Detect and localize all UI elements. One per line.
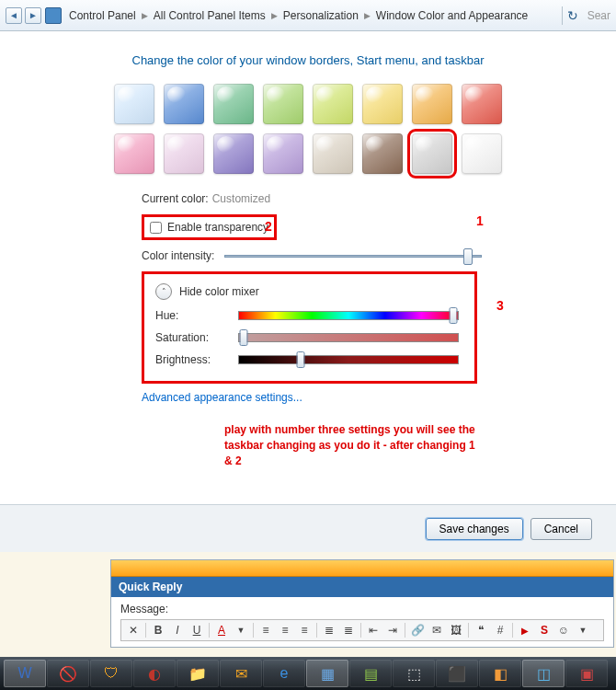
font-color-dropdown-icon[interactable]: ▼	[233, 622, 249, 638]
taskbar-app-icon[interactable]: ▣	[565, 660, 608, 687]
align-right-icon[interactable]: ≡	[296, 622, 313, 638]
chevron-right-icon: ▶	[269, 11, 279, 20]
editor-toolbar: ✕ B I U A ▼ ≡ ≡ ≡ ≣ ≣ ⇤ ⇥ 🔗 ✉	[120, 619, 604, 641]
taskbar-mail-icon[interactable]: ✉	[220, 660, 262, 687]
smiley-icon[interactable]: ☺	[555, 622, 572, 638]
transparency-label: Enable transparency	[167, 221, 268, 234]
taskbar-app-icon[interactable]: ⬚	[393, 660, 435, 687]
taskbar-ie-icon[interactable]: e	[263, 660, 305, 687]
taskbar-app-icon[interactable]: ◫	[522, 660, 565, 687]
taskbar-app-icon[interactable]: ▤	[349, 660, 392, 687]
current-color-row: Current color: Customized	[142, 192, 579, 205]
color-swatch[interactable]	[263, 84, 303, 124]
hide-mixer-label: Hide color mixer	[179, 285, 259, 298]
color-intensity-label: Color intensity:	[142, 249, 224, 262]
forum-tab[interactable]	[111, 560, 613, 577]
strikethrough-icon[interactable]: S	[536, 622, 553, 638]
slider-thumb[interactable]	[296, 351, 304, 368]
chevron-right-icon: ▶	[362, 11, 372, 20]
collapse-mixer-button[interactable]: ˄	[155, 283, 172, 300]
cancel-button[interactable]: Cancel	[530, 518, 592, 540]
quote-icon[interactable]: ❝	[473, 622, 489, 638]
save-changes-button[interactable]: Save changes	[426, 518, 523, 540]
remove-format-icon[interactable]: ✕	[125, 622, 142, 638]
font-color-icon[interactable]: A	[213, 622, 230, 638]
current-color-label: Current color:	[142, 192, 209, 205]
color-swatch[interactable]	[213, 84, 254, 124]
background-window: Quick Reply Message: ✕ B I U A ▼ ≡ ≡ ≡ ≣…	[0, 552, 616, 657]
transparency-input[interactable]	[150, 222, 162, 234]
color-swatch[interactable]	[412, 84, 452, 124]
slider-thumb[interactable]	[239, 329, 247, 346]
nav-buttons: ◄ ►	[6, 7, 41, 24]
forward-button[interactable]: ►	[25, 7, 41, 24]
underline-icon[interactable]: U	[188, 622, 205, 638]
slider-thumb[interactable]	[450, 307, 458, 324]
breadcrumb-item[interactable]: Window Color and Appearance	[372, 7, 531, 24]
breadcrumb-item[interactable]: Personalization	[279, 7, 362, 24]
page-title: Change the color of your window borders,…	[37, 53, 579, 67]
current-color-value: Customized	[212, 192, 270, 205]
taskbar-app-icon[interactable]: ◧	[479, 660, 521, 687]
back-button[interactable]: ◄	[6, 7, 22, 24]
breadcrumb-item[interactable]: Control Panel	[65, 7, 140, 24]
brightness-label: Brightness:	[155, 353, 238, 366]
color-intensity-slider[interactable]	[224, 255, 482, 258]
italic-icon[interactable]: I	[169, 622, 186, 638]
color-swatch[interactable]	[462, 84, 502, 124]
hash-icon[interactable]: #	[492, 622, 508, 638]
color-swatch[interactable]	[114, 84, 154, 124]
color-swatch[interactable]	[313, 133, 353, 174]
unlink-icon[interactable]: ✉	[428, 622, 445, 638]
color-swatch[interactable]	[164, 84, 204, 124]
slider-thumb[interactable]	[463, 248, 473, 265]
color-swatch[interactable]	[213, 133, 254, 174]
outdent-icon[interactable]: ⇤	[365, 622, 382, 638]
unordered-list-icon[interactable]: ≣	[340, 622, 357, 638]
image-icon[interactable]: 🖼	[448, 622, 464, 638]
taskbar-explorer-icon[interactable]: 📁	[177, 660, 219, 687]
color-swatch[interactable]	[263, 133, 303, 174]
button-bar: Save changes Cancel	[0, 504, 616, 552]
color-swatch[interactable]	[462, 133, 502, 174]
annotation-2: 2	[265, 219, 272, 234]
hue-slider[interactable]	[238, 311, 459, 320]
annotation-1: 1	[476, 213, 484, 228]
quick-reply-header: Quick Reply	[111, 577, 613, 597]
search-input[interactable]: Sear	[584, 9, 610, 22]
location-icon	[45, 7, 62, 24]
taskbar-word-icon[interactable]: W	[4, 660, 46, 687]
color-swatch[interactable]	[114, 133, 154, 174]
smiley-dropdown-icon[interactable]: ▼	[575, 622, 591, 638]
color-swatch[interactable]	[362, 133, 403, 174]
color-swatches	[37, 84, 579, 174]
color-swatch[interactable]	[412, 133, 452, 174]
advanced-appearance-link[interactable]: Advanced appearance settings...	[142, 391, 302, 404]
taskbar-app-icon[interactable]: ⬛	[436, 660, 478, 687]
align-left-icon[interactable]: ≡	[257, 622, 274, 638]
refresh-icon[interactable]: ↻	[562, 6, 580, 25]
forum-panel: Quick Reply Message: ✕ B I U A ▼ ≡ ≡ ≡ ≣…	[110, 559, 614, 648]
align-center-icon[interactable]: ≡	[277, 622, 293, 638]
taskbar-app-icon[interactable]: ▦	[306, 660, 348, 687]
color-swatch[interactable]	[313, 84, 353, 124]
link-icon[interactable]: 🔗	[409, 622, 426, 638]
address-bar: ◄ ► Control Panel ▶ All Control Panel It…	[0, 0, 616, 31]
taskbar: W 🚫 🛡 ◐ 📁 ✉ e ▦ ▤ ⬚ ⬛ ◧ ◫ ▣	[0, 657, 616, 690]
color-swatch[interactable]	[362, 84, 403, 124]
bold-icon[interactable]: B	[150, 622, 166, 638]
chevron-right-icon: ▶	[140, 11, 150, 20]
breadcrumb-item[interactable]: All Control Panel Items	[150, 7, 269, 24]
taskbar-app-icon[interactable]: ◐	[133, 660, 176, 687]
taskbar-shield-icon[interactable]: 🛡	[90, 660, 132, 687]
saturation-label: Saturation:	[155, 331, 238, 344]
saturation-slider[interactable]	[238, 333, 459, 342]
annotation-note: play with number three settings you will…	[224, 422, 482, 468]
ordered-list-icon[interactable]: ≣	[321, 622, 337, 638]
taskbar-app-icon[interactable]: 🚫	[47, 660, 89, 687]
color-swatch[interactable]	[164, 133, 204, 174]
indent-icon[interactable]: ⇥	[384, 622, 401, 638]
brightness-slider[interactable]	[238, 355, 459, 364]
youtube-icon[interactable]: ▶	[517, 622, 533, 638]
enable-transparency-checkbox[interactable]: Enable transparency	[142, 214, 277, 240]
